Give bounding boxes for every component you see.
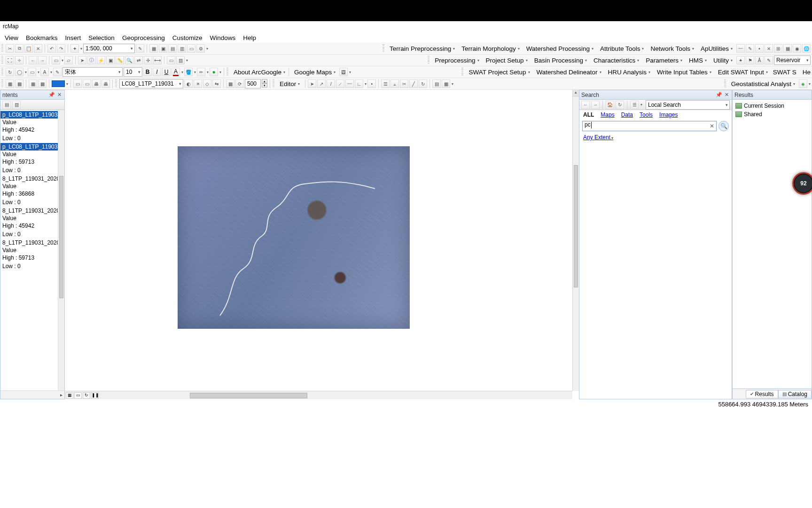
tool-icon[interactable]: ⚑ — [746, 56, 754, 64]
find-route-icon[interactable]: ⇄ — [134, 56, 143, 64]
menu-bookmarks[interactable]: Bookmarks — [22, 33, 62, 42]
toolbar-grip[interactable] — [1, 56, 3, 64]
menu-terrain-morphology[interactable]: Terrain Morphology — [459, 44, 523, 53]
cut-icon[interactable]: ✂ — [6, 44, 14, 53]
effects-layer-combo[interactable]: LC08_L1TP_119031 — [119, 79, 183, 88]
close-icon[interactable]: ✕ — [723, 92, 730, 98]
circle-icon[interactable]: ◯ — [15, 68, 23, 76]
html-popup-icon[interactable]: ▣ — [106, 56, 115, 64]
search-index-icon[interactable]: ☰ — [630, 101, 639, 109]
menu-project-setup[interactable]: Project Setup — [483, 56, 531, 65]
google-maps-button[interactable]: Google Maps — [291, 67, 338, 77]
tool-icon[interactable]: 〰 — [736, 44, 745, 53]
transparency-icon[interactable]: ◇ — [203, 79, 211, 88]
search-tab-data[interactable]: Data — [621, 111, 633, 118]
create-viewer-icon[interactable]: ▭ — [167, 56, 175, 64]
layout-rect-icon[interactable]: ▭ — [73, 79, 82, 88]
text-tool-icon[interactable]: A — [40, 68, 49, 76]
toolbar-grip[interactable] — [115, 79, 117, 88]
cut-poly-icon[interactable]: ✂ — [400, 79, 408, 88]
search-clear-icon[interactable]: ✕ — [710, 123, 714, 129]
tool-icon[interactable]: ✕ — [765, 44, 773, 53]
data-view-button[interactable]: ▦ — [66, 392, 73, 399]
menu-network-tools[interactable]: Network Tools — [648, 44, 697, 53]
menu-terrain-preprocessing[interactable]: Terrain Preprocessing — [387, 44, 458, 53]
editor-menu[interactable]: Editor — [277, 79, 303, 88]
globe-icon[interactable]: 🌐 — [802, 44, 811, 53]
search-refresh-icon[interactable]: ↻ — [616, 101, 624, 109]
search-tab-all[interactable]: ALL — [583, 111, 594, 118]
toc-hscroll[interactable]: ▸ — [0, 390, 64, 399]
sketch-icon[interactable]: ▦ — [442, 79, 450, 88]
underline-icon[interactable]: U — [162, 68, 171, 76]
search-go-button[interactable]: 🔍 — [718, 121, 729, 131]
scroll-thumb[interactable] — [574, 165, 578, 287]
menu-help[interactable]: Help — [239, 33, 260, 42]
results-header[interactable]: Results — [733, 90, 812, 100]
tab-catalog[interactable]: ▤Catalog — [778, 390, 812, 398]
spinner[interactable]: ▴▾ — [262, 79, 267, 88]
geostatistical-analyst-menu[interactable]: Geostatistical Analyst — [728, 79, 798, 88]
menu-watershed-delineator[interactable]: Watershed Delineator — [534, 67, 604, 77]
search-tab-tools[interactable]: Tools — [640, 111, 653, 118]
python-icon[interactable]: ▭ — [187, 44, 195, 53]
forward-icon[interactable]: → — [38, 56, 47, 64]
straight-icon[interactable]: / — [327, 79, 335, 88]
search-scope-combo[interactable]: Local Search — [646, 100, 730, 110]
topo3-icon[interactable]: ▦ — [29, 79, 37, 88]
brightness-icon[interactable]: ☀ — [194, 79, 202, 88]
geostat-wizard-icon[interactable]: ◈ — [799, 79, 807, 88]
tool-icon[interactable]: ✎ — [746, 44, 754, 53]
tab-results[interactable]: ✔Results — [746, 390, 778, 398]
bold-icon[interactable]: B — [143, 68, 152, 76]
tool-icon[interactable]: ✎ — [765, 56, 773, 64]
menu-utility[interactable]: Utility — [710, 56, 735, 65]
modelbuilder-icon[interactable]: ⚙ — [196, 44, 205, 53]
editor-toolbar-icon[interactable]: ✎ — [136, 44, 144, 53]
flicker-icon[interactable]: ▦ — [226, 79, 234, 88]
tools-icon[interactable]: ▥ — [176, 56, 185, 64]
menu-swat-project-setup[interactable]: SWAT Project Setup — [466, 67, 532, 77]
toc-layer-selected[interactable]: p_LC08_L1TP_119031_ — [0, 143, 58, 151]
menu-characteristics[interactable]: Characteristics — [591, 56, 642, 65]
search-back-icon[interactable]: ← — [581, 101, 590, 109]
refresh-icon[interactable]: ⟳ — [235, 79, 244, 88]
marker-color-icon[interactable]: ● — [210, 68, 218, 76]
results-item-shared[interactable]: Shared — [734, 110, 810, 119]
zoom-full-icon[interactable]: ⛶ — [6, 56, 14, 64]
topo4-icon[interactable]: ▦ — [38, 79, 47, 88]
scroll-thumb[interactable] — [190, 393, 307, 398]
help-hint[interactable]: He — [803, 69, 811, 76]
rotate2-icon[interactable]: ↻ — [419, 79, 427, 88]
toolbar-grip[interactable] — [1, 44, 3, 53]
results-item-current-session[interactable]: Current Session — [734, 102, 810, 110]
tool-icon[interactable]: ◉ — [793, 44, 801, 53]
menu-aputilities[interactable]: ApUtilities — [698, 44, 735, 53]
search-forward-icon[interactable]: → — [591, 101, 600, 109]
menu-edit-swat-input[interactable]: Edit SWAT Input — [715, 67, 771, 77]
font-name-combo[interactable]: 宋体 — [62, 67, 123, 77]
close-icon[interactable]: ✕ — [56, 92, 62, 98]
undo-icon[interactable]: ↶ — [47, 44, 56, 53]
italic-icon[interactable]: I — [153, 68, 161, 76]
select-features-icon[interactable]: ▭ — [52, 56, 60, 64]
contrast-icon[interactable]: ◐ — [184, 79, 193, 88]
menu-write-input-tables[interactable]: Write Input Tables — [654, 67, 714, 77]
toolbar-grip[interactable] — [383, 44, 384, 53]
add-data-icon[interactable]: ✦ — [70, 44, 79, 53]
arc-icon[interactable]: ⟋ — [336, 79, 344, 88]
tool-icon[interactable]: ▦ — [783, 44, 792, 53]
search-extent-dropdown[interactable]: Any Extent — [579, 132, 732, 143]
topo-icon[interactable]: ▦ — [6, 79, 14, 88]
scroll-up-icon[interactable]: ▴ — [573, 90, 579, 96]
flicker-rate-input[interactable]: 500 — [245, 79, 261, 88]
layer-icon[interactable]: ▣ — [159, 44, 167, 53]
pointer-icon[interactable]: ➤ — [78, 56, 86, 64]
menu-insert[interactable]: Insert — [62, 33, 85, 42]
print2-icon[interactable]: 🖶 — [102, 79, 110, 88]
toc-scrollbar[interactable] — [58, 110, 64, 390]
menu-hms[interactable]: HMS — [686, 56, 710, 65]
tool-icon[interactable]: ✦ — [736, 56, 745, 64]
toolbar-grip[interactable] — [1, 68, 3, 76]
line-color-icon[interactable]: ✏ — [197, 68, 205, 76]
